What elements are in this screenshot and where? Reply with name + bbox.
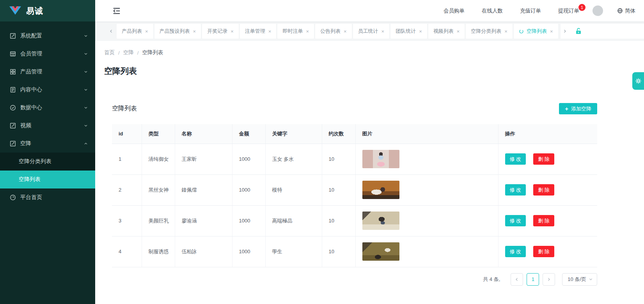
sidebar-item-airdrop-list[interactable]: 空降列表	[0, 171, 95, 188]
delete-button[interactable]: 删 除	[533, 153, 554, 165]
close-icon[interactable]: ×	[231, 28, 234, 34]
unlock-icon[interactable]	[575, 27, 582, 35]
breadcrumb-section[interactable]: 空降	[123, 49, 134, 56]
close-icon[interactable]: ×	[306, 28, 309, 34]
tab-announcement-list[interactable]: 公告列表×	[315, 24, 352, 39]
sidebar-item-airdrop[interactable]: 空降	[0, 135, 95, 153]
tab-staff-stats[interactable]: 员工统计×	[353, 24, 390, 39]
prev-page-button[interactable]	[511, 273, 523, 286]
edit-button[interactable]: 修 改	[505, 246, 526, 257]
close-icon[interactable]: ×	[550, 28, 553, 34]
cell-times: 10	[322, 236, 355, 267]
card-header: 空降列表 + 添加空降	[112, 103, 597, 114]
cell-image	[355, 205, 498, 236]
sidebar-item-video[interactable]: 视频	[0, 117, 95, 135]
delete-button[interactable]: 删 除	[533, 184, 554, 196]
cell-id: 4	[112, 236, 142, 267]
next-page-button[interactable]	[543, 273, 555, 286]
sidebar-item-member-management[interactable]: 会员管理	[0, 45, 95, 63]
sidebar-item-airdrop-category-list[interactable]: 空降分类列表	[0, 153, 95, 171]
tab-lottery-records[interactable]: 开奖记录×	[202, 24, 239, 39]
chevron-down-icon	[83, 34, 88, 38]
close-icon[interactable]: ×	[457, 28, 460, 34]
edit-button[interactable]: 修 改	[505, 184, 526, 196]
online-users-link[interactable]: 在线人数	[482, 7, 503, 14]
chevron-up-icon	[83, 141, 88, 146]
sidebar-item-product-management[interactable]: 产品管理	[0, 63, 95, 81]
tab-airdrop-list[interactable]: 空降列表×	[514, 24, 558, 39]
tab-label: 员工统计	[358, 28, 378, 35]
delete-button[interactable]: 删 除	[533, 246, 554, 257]
tabs-scroll-left[interactable]	[107, 24, 115, 39]
member-orders-link[interactable]: 会员购单	[444, 7, 465, 14]
language-switcher[interactable]: 简体	[617, 7, 635, 14]
delete-button[interactable]: 删 除	[533, 215, 554, 226]
tab-label: 产品列表	[122, 28, 142, 35]
cell-image	[355, 236, 498, 267]
tab-strip-end	[561, 24, 644, 39]
sidebar-item-content-center[interactable]: 内容中心	[0, 81, 95, 99]
cell-actions: 修 改删 除	[498, 205, 597, 236]
row-thumbnail[interactable]	[362, 150, 399, 168]
gear-icon	[635, 77, 642, 85]
chevron-down-icon	[83, 87, 88, 92]
row-thumbnail[interactable]	[362, 212, 399, 230]
cell-times: 10	[322, 205, 355, 236]
edit-button[interactable]: 修 改	[505, 153, 526, 165]
close-icon[interactable]: ×	[268, 28, 271, 34]
topbar-right: 会员购单 在线人数 充值订单 提现订单 1 简体	[426, 5, 644, 16]
cell-type: 美颜巨乳	[142, 205, 175, 236]
tab-team-stats[interactable]: 团队统计×	[390, 24, 427, 39]
row-thumbnail[interactable]	[362, 181, 399, 199]
sidebar-item-data-center[interactable]: 数据中心	[0, 99, 95, 117]
theme-settings-button[interactable]	[632, 72, 644, 90]
tab-video-list[interactable]: 视频列表×	[428, 24, 465, 39]
breadcrumb: 首页 / 空降 / 空降列表	[104, 49, 644, 56]
tab-bet-management[interactable]: 注单管理×	[240, 24, 277, 39]
sidebar-item-label: 视频	[20, 122, 31, 129]
sidebar-item-label: 平台首页	[20, 194, 42, 201]
close-icon[interactable]: ×	[344, 28, 347, 34]
sidebar-item-system-config[interactable]: 系统配置	[0, 27, 95, 45]
menu-fold-icon[interactable]	[112, 7, 121, 15]
chevron-down-icon	[83, 52, 88, 56]
edit-button[interactable]: 修 改	[505, 215, 526, 226]
tab-airdrop-category-list[interactable]: 空降分类列表×	[466, 24, 513, 39]
language-label: 简体	[625, 7, 635, 14]
refresh-icon[interactable]	[519, 29, 524, 34]
tab-product-list[interactable]: 产品列表×	[117, 24, 153, 39]
app-logo[interactable]: 易诚	[0, 0, 95, 21]
breadcrumb-separator: /	[118, 50, 120, 56]
close-icon[interactable]: ×	[193, 28, 196, 34]
column-header-times: 约次数	[322, 124, 355, 144]
close-icon[interactable]: ×	[419, 28, 422, 34]
cell-id: 3	[112, 205, 142, 236]
tabs-scroll-right[interactable]	[561, 24, 569, 39]
cell-amount: 1000	[232, 205, 265, 236]
card-title: 空降列表	[112, 105, 137, 113]
cell-keyword: 玉女 多水	[265, 144, 322, 174]
recharge-orders-link[interactable]: 充值订单	[520, 7, 541, 14]
close-icon[interactable]: ×	[381, 28, 385, 34]
tab-product-preset-list[interactable]: 产品预设列表×	[154, 24, 201, 39]
chevron-right-icon	[546, 277, 551, 282]
breadcrumb-home[interactable]: 首页	[104, 49, 115, 56]
sidebar-item-platform-home[interactable]: 平台首页	[0, 188, 95, 206]
withdraw-orders-link[interactable]: 提现订单 1	[558, 7, 579, 14]
airdrop-list-card: 空降列表 + 添加空降 id 类型 名称 金额 关键字 约次数 图片	[112, 103, 597, 267]
row-thumbnail[interactable]	[362, 242, 399, 261]
tab-instant-bets[interactable]: 即时注单×	[277, 24, 314, 39]
logo-icon	[9, 6, 21, 16]
sidebar-item-label: 内容中心	[20, 86, 42, 93]
globe-icon	[617, 8, 623, 14]
notification-badge: 1	[578, 4, 585, 11]
page-number-button[interactable]: 1	[527, 273, 539, 286]
cell-keyword: 學生	[265, 236, 322, 267]
top-bar: 会员购单 在线人数 充值订单 提现订单 1 简体	[95, 0, 644, 21]
add-airdrop-button[interactable]: + 添加空降	[559, 103, 597, 114]
close-icon[interactable]: ×	[504, 28, 507, 34]
page-size-select[interactable]: 10 条/页	[562, 273, 597, 286]
close-icon[interactable]: ×	[145, 28, 148, 34]
sidebar-item-label: 空降	[20, 140, 31, 147]
avatar[interactable]	[593, 5, 603, 16]
